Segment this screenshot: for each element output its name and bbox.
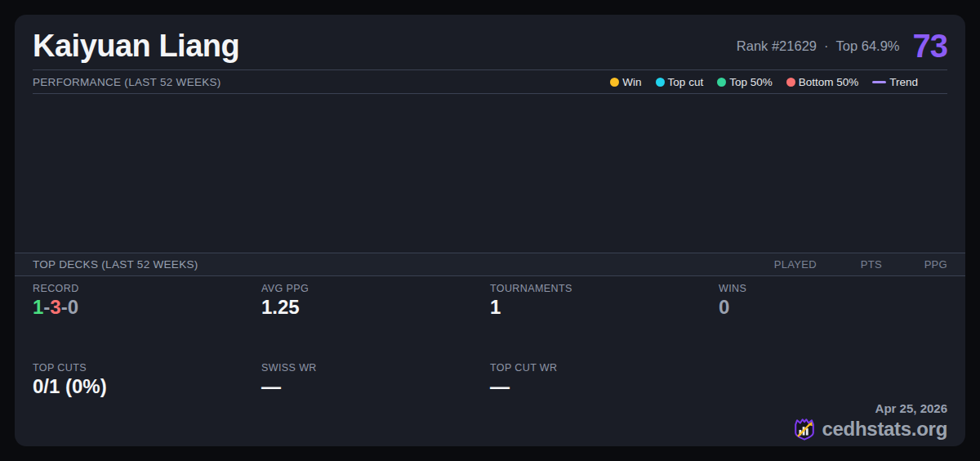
- legend-item-bottom-50: Bottom 50%: [786, 76, 859, 88]
- card-header: Kaiyuan Liang Rank #21629 · Top 64.9% 73: [33, 15, 947, 70]
- legend-item-top-50: Top 50%: [717, 76, 773, 88]
- top-cut-wr-value: —: [490, 376, 719, 397]
- brand-text: cedhstats.org: [822, 418, 947, 441]
- stat-avg-ppg: AVG PPG 1.25: [261, 283, 490, 358]
- top-decks-header-row: TOP DECKS (LAST 52 WEEKS) PLAYED PTS PPG: [15, 253, 965, 276]
- top-50-dot-icon: [717, 78, 726, 87]
- stat-swiss-wr: SWISS WR —: [261, 362, 490, 441]
- stat-label: TOP CUTS: [33, 362, 261, 374]
- legend-label: Win: [622, 76, 641, 88]
- top-decks-title: TOP DECKS (LAST 52 WEEKS): [33, 258, 198, 271]
- column-ppg: PPG: [882, 258, 947, 271]
- stat-label: RECORD: [33, 283, 261, 294]
- swiss-wr-value: —: [261, 376, 490, 397]
- player-stats-card: Kaiyuan Liang Rank #21629 · Top 64.9% 73…: [15, 15, 965, 446]
- tournaments-value: 1: [490, 297, 719, 318]
- stat-tournaments: TOURNAMENTS 1: [490, 283, 719, 358]
- player-name: Kaiyuan Liang: [33, 29, 239, 64]
- trend-line-icon: [872, 81, 886, 83]
- cedhstats-logo-icon: [792, 417, 817, 441]
- stat-top-cuts: TOP CUTS 0/1 (0%): [33, 362, 261, 441]
- legend-label: Bottom 50%: [799, 76, 859, 88]
- brand-lockup[interactable]: cedhstats.org: [792, 417, 947, 441]
- legend-item-trend: Trend: [872, 76, 918, 88]
- date-text: Apr 25, 2026: [875, 401, 947, 415]
- stat-label: TOP CUT WR: [490, 362, 719, 374]
- legend-item-win: Win: [610, 76, 641, 88]
- record-value: 1-3-0: [33, 297, 261, 318]
- stat-label: SWISS WR: [261, 362, 490, 374]
- performance-chart: [15, 94, 965, 253]
- record-sep: -: [61, 296, 68, 318]
- stat-label: TOURNAMENTS: [490, 283, 719, 294]
- summary-stats-grid: RECORD 1-3-0 AVG PPG 1.25 TOURNAMENTS 1 …: [15, 276, 965, 446]
- wins-value: 0: [719, 297, 947, 318]
- top-cut-dot-icon: [656, 78, 665, 87]
- stat-top-cut-wr: TOP CUT WR —: [490, 362, 719, 441]
- column-pts: PTS: [817, 258, 882, 271]
- top-decks-columns: PLAYED PTS PPG: [751, 258, 947, 271]
- legend-label: Trend: [889, 76, 918, 88]
- win-dot-icon: [610, 78, 619, 87]
- record-losses: 3: [50, 296, 60, 318]
- top-percent-text: Top 64.9%: [836, 38, 900, 54]
- stat-record: RECORD 1-3-0: [33, 283, 261, 358]
- stat-label: AVG PPG: [261, 283, 490, 294]
- chart-legend: Win Top cut Top 50% Bottom 50% Trend: [610, 76, 947, 88]
- bottom-50-dot-icon: [786, 78, 795, 87]
- rank-separator: ·: [824, 38, 829, 54]
- performance-header-row: PERFORMANCE (LAST 52 WEEKS) Win Top cut …: [33, 70, 947, 94]
- legend-item-top-cut: Top cut: [656, 76, 704, 88]
- rank-line: Rank #21629 · Top 64.9%: [737, 38, 900, 54]
- card-footer: Apr 25, 2026 cedhstats.org: [719, 362, 947, 441]
- performance-title: PERFORMANCE (LAST 52 WEEKS): [33, 76, 221, 88]
- stat-wins: WINS 0: [719, 283, 947, 358]
- header-right: Rank #21629 · Top 64.9% 73: [737, 28, 947, 65]
- stat-label: WINS: [719, 283, 947, 294]
- record-draws: 0: [68, 296, 78, 318]
- top-cuts-value: 0/1 (0%): [33, 376, 261, 397]
- record-wins: 1: [33, 296, 43, 318]
- column-played: PLAYED: [751, 258, 817, 271]
- player-score: 73: [913, 28, 948, 65]
- avg-ppg-value: 1.25: [261, 297, 490, 318]
- legend-label: Top cut: [668, 76, 704, 88]
- legend-label: Top 50%: [729, 76, 773, 88]
- rank-text: Rank #21629: [737, 38, 817, 54]
